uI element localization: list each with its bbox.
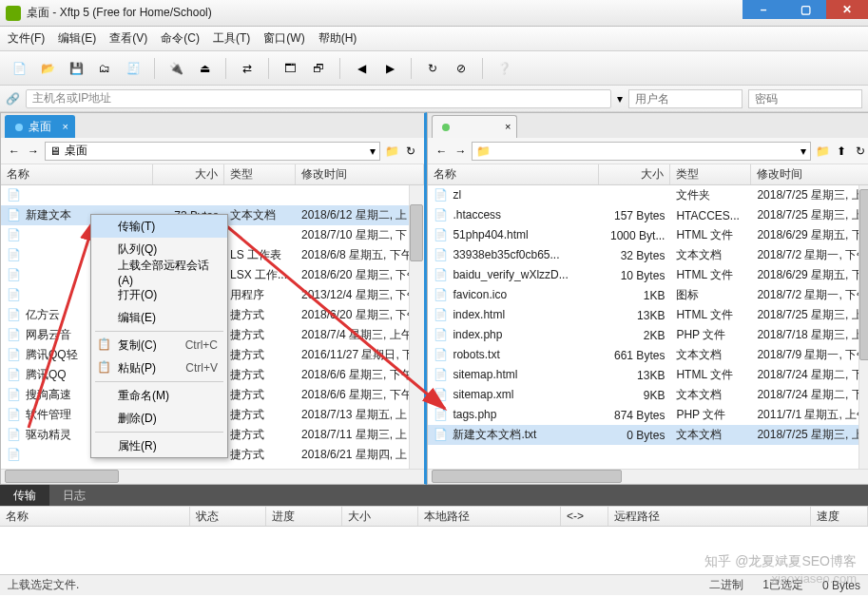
table-row[interactable]: 📄.htaccess157 BytesHTACCES...2018/7/25 星… — [428, 205, 868, 225]
table-row[interactable]: 📄index.html13KBHTML 文件2018/7/25 星期三, 上 — [428, 305, 868, 325]
tb-reconnect-icon[interactable]: 🔌 — [164, 57, 187, 80]
table-row[interactable]: 📄baidu_verify_wXlzzD...10 BytesHTML 文件20… — [428, 265, 868, 285]
xcol-progress[interactable]: 进度 — [266, 507, 342, 526]
context-menu-item[interactable]: 删除(D) — [91, 407, 227, 430]
tb-forward-icon[interactable]: ▶ — [378, 57, 401, 80]
table-row[interactable]: 📄favicon.ico1KB图标2018/7/2 星期一, 下午 — [428, 285, 868, 305]
scrollbar-h[interactable] — [1, 469, 424, 484]
xcol-local[interactable]: 本地路径 — [418, 507, 561, 526]
xcol-remote[interactable]: 远程路径 — [608, 507, 811, 526]
col-name[interactable]: 名称 — [1, 164, 153, 184]
remote-file-list[interactable]: 📄zl文件夹2018/7/25 星期三, 上📄.htaccess157 Byte… — [428, 185, 868, 469]
refresh-icon[interactable]: ↻ — [403, 144, 418, 159]
menu-tools[interactable]: 工具(T) — [213, 30, 250, 47]
table-row[interactable]: 📄index.php2KBPHP 文件2018/7/18 星期三, 上 — [428, 325, 868, 345]
context-menu-item[interactable]: 打开(O) — [91, 283, 227, 306]
close-icon[interactable]: × — [505, 121, 511, 132]
file-icon: 📄 — [7, 368, 22, 383]
password-input[interactable] — [748, 89, 862, 108]
forward-icon[interactable]: → — [26, 144, 41, 159]
folder-icon: 📁 — [476, 144, 491, 158]
xcol-dir[interactable]: <-> — [561, 507, 608, 526]
context-menu[interactable]: 传输(T)队列(Q)上载全部远程会话(A)打开(O)编辑(E)📋复制(C)Ctr… — [90, 214, 228, 458]
up-icon[interactable]: ⬆ — [834, 144, 849, 159]
chevron-down-icon[interactable]: ▾ — [370, 144, 376, 158]
context-menu-item[interactable]: 传输(T) — [91, 215, 227, 238]
table-row[interactable]: 📄sitemap.xml9KB文本文档2018/7/24 星期二, 下 — [428, 385, 868, 405]
tb-refresh-icon[interactable]: ↻ — [421, 57, 444, 80]
tb-stop-icon[interactable]: ⊘ — [450, 57, 473, 80]
remote-path-combo[interactable]: 📁 ▾ — [472, 142, 811, 161]
col-type[interactable]: 类型 — [670, 164, 751, 184]
dropdown-icon[interactable]: ▾ — [617, 92, 623, 106]
tb-help-icon[interactable]: ❔ — [492, 57, 515, 80]
forward-icon[interactable]: → — [453, 144, 468, 159]
close-button[interactable]: ✕ — [826, 0, 868, 19]
local-tab[interactable]: 桌面 × — [5, 115, 75, 138]
table-row[interactable]: 📄tags.php874 BytesPHP 文件2011/7/1 星期五, 上午 — [428, 405, 868, 425]
paste-icon: 📋 — [97, 360, 112, 376]
tab-log[interactable]: 日志 — [49, 485, 99, 506]
table-row[interactable]: 📄新建文本文档.txt0 Bytes文本文档2018/7/25 星期三, 上 — [428, 425, 868, 445]
tb-transfer-icon[interactable]: ⇄ — [236, 57, 259, 80]
menu-view[interactable]: 查看(V) — [109, 30, 147, 47]
table-row[interactable]: 📄51php404.html1000 Byt...HTML 文件2018/6/2… — [428, 225, 868, 245]
menu-file[interactable]: 文件(F) — [8, 30, 45, 47]
table-row[interactable]: 📄zl文件夹2018/7/25 星期三, 上 — [428, 185, 868, 205]
menu-help[interactable]: 帮助(H) — [318, 30, 357, 47]
refresh-icon[interactable]: ↻ — [853, 144, 868, 159]
tb-new-icon[interactable]: 📄 — [8, 57, 30, 80]
separator — [95, 432, 223, 433]
col-size[interactable]: 大小 — [153, 164, 224, 184]
menu-command[interactable]: 命令(C) — [161, 30, 200, 47]
remote-tab[interactable]: × — [432, 115, 517, 138]
back-icon[interactable]: ← — [7, 144, 22, 159]
tb-newwin-icon[interactable]: 🗔 — [279, 57, 301, 80]
file-icon: 📄 — [7, 248, 22, 263]
tb-open-icon[interactable]: 📂 — [36, 57, 59, 80]
up-icon[interactable]: 📁 — [384, 144, 399, 159]
xcol-name[interactable]: 名称 — [0, 507, 190, 526]
minimize-button[interactable]: – — [743, 0, 784, 19]
chevron-down-icon[interactable]: ▾ — [800, 144, 806, 158]
col-date[interactable]: 修改时间 — [296, 164, 424, 184]
close-icon[interactable]: × — [63, 121, 68, 132]
local-path-combo[interactable]: 🖥 桌面 ▾ — [45, 142, 380, 161]
tb-props-icon[interactable]: 🧾 — [122, 57, 145, 80]
table-row[interactable]: 📄sitemap.html13KBHTML 文件2018/7/24 星期二, 下 — [428, 365, 868, 385]
context-menu-item[interactable]: 属性(R) — [91, 434, 227, 457]
separator — [95, 331, 223, 332]
context-menu-item[interactable]: 编辑(E) — [91, 306, 227, 329]
tb-save-icon[interactable]: 💾 — [65, 57, 87, 80]
username-input[interactable] — [628, 89, 743, 108]
col-type[interactable]: 类型 — [224, 164, 296, 184]
context-menu-item[interactable]: 上载全部远程会话(A) — [91, 260, 227, 283]
col-date[interactable]: 修改时间 — [751, 164, 868, 184]
maximize-button[interactable]: ▢ — [784, 0, 826, 19]
table-row[interactable]: 📄robots.txt661 Bytes文本文档2018/7/9 星期一, 下午 — [428, 345, 868, 365]
xcol-status[interactable]: 状态 — [190, 507, 266, 526]
tb-session-icon[interactable]: 🗂 — [93, 57, 116, 80]
context-menu-item[interactable]: 📋粘贴(P)Ctrl+V — [91, 356, 227, 379]
table-row[interactable]: 📄 — [1, 185, 424, 205]
col-name[interactable]: 名称 — [428, 164, 599, 184]
scrollbar-h[interactable] — [428, 469, 868, 484]
newfolder-icon[interactable]: 📁 — [815, 144, 830, 159]
tb-back-icon[interactable]: ◀ — [350, 57, 373, 80]
tb-cascade-icon[interactable]: 🗗 — [307, 57, 330, 80]
menu-window[interactable]: 窗口(W) — [263, 30, 304, 47]
tab-transfer[interactable]: 传输 — [0, 485, 49, 506]
table-row[interactable]: 📄33938eb35cf0cb65...32 Bytes文本文档2018/7/2… — [428, 245, 868, 265]
col-size[interactable]: 大小 — [599, 164, 670, 184]
scrollbar[interactable] — [858, 185, 868, 469]
context-menu-item[interactable]: 📋复制(C)Ctrl+C — [91, 334, 227, 356]
back-icon[interactable]: ← — [434, 144, 449, 159]
xcol-speed[interactable]: 速度 — [811, 507, 868, 526]
menu-edit[interactable]: 编辑(E) — [58, 30, 96, 47]
tb-disconnect-icon[interactable]: ⏏ — [193, 57, 216, 80]
host-input[interactable]: 主机名或IP地址 — [26, 89, 611, 108]
context-menu-item[interactable]: 重命名(M) — [91, 384, 227, 407]
scrollbar[interactable] — [409, 185, 424, 469]
xcol-size[interactable]: 大小 — [342, 507, 418, 526]
tab-label: 桌面 — [29, 119, 51, 135]
